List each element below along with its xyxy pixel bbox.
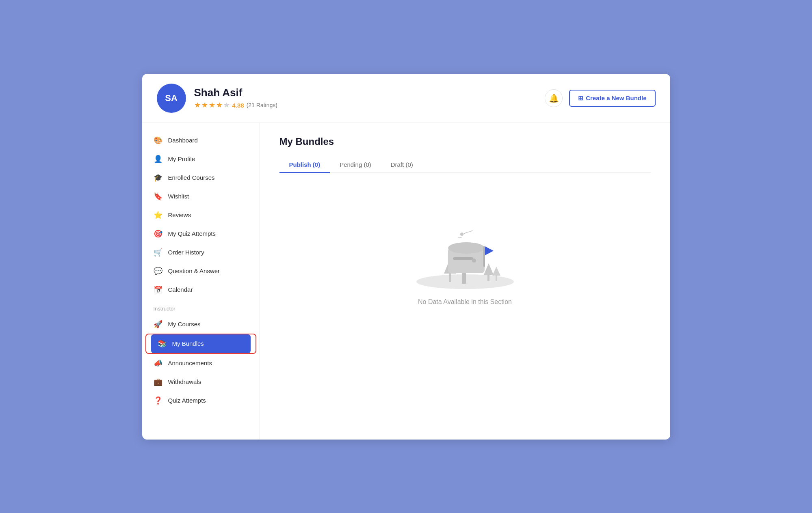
sidebar-item-announcements[interactable]: 📣 Announcements — [142, 354, 260, 373]
order-icon: 🛒 — [154, 248, 162, 257]
main-content: My Bundles Publish (0) Pending (0) Draft… — [260, 123, 670, 440]
svg-marker-13 — [485, 246, 494, 255]
sidebar-item-wishlist[interactable]: 🔖 Wishlist — [142, 187, 260, 206]
header: SA Shah Asif ★ ★ ★ ★ ★ 4.38 (21 Ratings)… — [142, 74, 670, 123]
page-title: My Bundles — [279, 136, 651, 147]
announcements-icon: 📣 — [154, 359, 162, 368]
sidebar-label-instructor-quiz: Quiz Attempts — [168, 397, 206, 404]
sidebar-item-enrolled-courses[interactable]: 🎓 Enrolled Courses — [142, 168, 260, 187]
sidebar-label-enrolled-courses: Enrolled Courses — [168, 174, 215, 181]
sidebar-label-dashboard: Dashboard — [168, 137, 198, 144]
sidebar-label-wishlist: Wishlist — [168, 193, 189, 200]
star-1: ★ — [194, 101, 201, 110]
svg-point-11 — [472, 259, 476, 263]
rating-value: 4.38 — [232, 102, 244, 109]
tab-draft[interactable]: Draft (0) — [381, 157, 423, 173]
sidebar: 🎨 Dashboard 👤 My Profile 🎓 Enrolled Cour… — [142, 123, 260, 440]
sidebar-label-qa: Question & Answer — [168, 267, 220, 274]
svg-rect-10 — [453, 257, 473, 260]
plus-icon: ⊞ — [578, 95, 583, 102]
user-info: Shah Asif ★ ★ ★ ★ ★ 4.38 (21 Ratings) — [194, 86, 537, 110]
empty-message: No Data Available in this Section — [418, 298, 512, 306]
star-5: ★ — [223, 101, 230, 110]
star-3: ★ — [209, 101, 215, 110]
svg-marker-4 — [484, 263, 494, 275]
sidebar-label-my-profile: My Profile — [168, 155, 195, 162]
stars: ★ ★ ★ ★ ★ — [194, 101, 230, 110]
sidebar-item-my-courses[interactable]: 🚀 My Courses — [142, 315, 260, 334]
user-name: Shah Asif — [194, 86, 537, 99]
sidebar-label-reviews: Reviews — [168, 211, 191, 218]
sidebar-item-quiz-attempts[interactable]: 🎯 My Quiz Attempts — [142, 224, 260, 243]
sidebar-label-quiz-attempts: My Quiz Attempts — [168, 230, 216, 237]
svg-rect-12 — [483, 246, 485, 267]
sidebar-item-instructor-quiz[interactable]: ❓ Quiz Attempts — [142, 391, 260, 410]
calendar-icon: 📅 — [154, 285, 162, 294]
sidebar-label-order-history: Order History — [168, 249, 204, 256]
svg-point-9 — [448, 242, 485, 254]
my-courses-icon: 🚀 — [154, 320, 162, 329]
sidebar-label-my-courses: My Courses — [168, 321, 201, 328]
profile-icon: 👤 — [154, 155, 162, 164]
header-actions: 🔔 ⊞ Create a New Bundle — [545, 89, 655, 107]
sidebar-item-dashboard[interactable]: 🎨 Dashboard — [142, 131, 260, 150]
reviews-icon: ⭐ — [154, 211, 162, 220]
wishlist-icon: 🔖 — [154, 192, 162, 201]
svg-point-15 — [460, 233, 463, 236]
sidebar-item-reviews[interactable]: ⭐ Reviews — [142, 206, 260, 224]
tab-publish[interactable]: Publish (0) — [279, 157, 330, 173]
bell-icon: 🔔 — [549, 93, 559, 103]
instructor-section-label: Instructor — [142, 299, 260, 315]
main-container: SA Shah Asif ★ ★ ★ ★ ★ 4.38 (21 Ratings)… — [142, 74, 670, 440]
layout: 🎨 Dashboard 👤 My Profile 🎓 Enrolled Cour… — [142, 123, 670, 440]
sidebar-label-calendar: Calendar — [168, 286, 193, 293]
sidebar-label-withdrawals: Withdrawals — [168, 378, 201, 385]
sidebar-label-announcements: Announcements — [168, 360, 212, 366]
sidebar-item-calendar[interactable]: 📅 Calendar — [142, 280, 260, 299]
bell-button[interactable]: 🔔 — [545, 89, 563, 107]
dashboard-icon: 🎨 — [154, 136, 162, 145]
empty-state: ~ No Data Available in this Section — [279, 186, 651, 330]
star-2: ★ — [201, 101, 208, 110]
mailbox-illustration: ~ — [412, 211, 518, 292]
create-bundle-button[interactable]: ⊞ Create a New Bundle — [569, 90, 655, 107]
star-4: ★ — [216, 101, 223, 110]
instructor-quiz-icon: ❓ — [154, 396, 162, 405]
tab-pending[interactable]: Pending (0) — [330, 157, 381, 173]
sidebar-item-order-history[interactable]: 🛒 Order History — [142, 243, 260, 262]
rating-row: ★ ★ ★ ★ ★ 4.38 (21 Ratings) — [194, 101, 537, 110]
enrolled-icon: 🎓 — [154, 173, 162, 182]
qa-icon: 💬 — [154, 267, 162, 276]
active-outline: 📚 My Bundles — [145, 334, 256, 354]
sidebar-item-withdrawals[interactable]: 💼 Withdrawals — [142, 373, 260, 391]
sidebar-item-my-bundles[interactable]: 📚 My Bundles — [151, 334, 251, 353]
sidebar-label-my-bundles: My Bundles — [172, 340, 204, 347]
rating-count: (21 Ratings) — [247, 102, 277, 108]
tabs-bar: Publish (0) Pending (0) Draft (0) — [279, 157, 651, 173]
svg-marker-6 — [492, 267, 500, 276]
avatar: SA — [157, 84, 186, 113]
sidebar-item-qa[interactable]: 💬 Question & Answer — [142, 262, 260, 280]
sidebar-item-my-profile[interactable]: 👤 My Profile — [142, 150, 260, 168]
quiz-icon: 🎯 — [154, 229, 162, 238]
withdrawals-icon: 💼 — [154, 377, 162, 386]
my-bundles-icon: 📚 — [158, 339, 167, 348]
